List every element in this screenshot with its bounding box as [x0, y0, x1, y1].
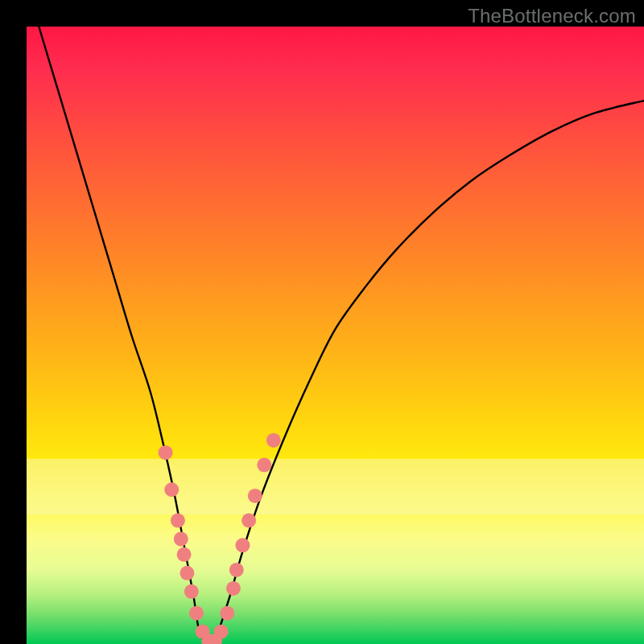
curve-marker: [180, 566, 194, 580]
curve-marker: [242, 514, 256, 528]
pale-highlight-band: [27, 459, 644, 514]
curve-marker: [220, 606, 234, 621]
chart-svg: [27, 27, 644, 644]
curve-marker: [257, 458, 271, 473]
curve-marker: [226, 581, 241, 596]
curve-marker: [189, 606, 204, 621]
watermark-text: TheBottleneck.com: [468, 5, 636, 27]
curve-marker: [229, 563, 244, 577]
curve-marker: [235, 538, 250, 552]
curve-marker: [177, 547, 192, 562]
curve-marker: [266, 433, 281, 448]
curve-marker: [174, 532, 188, 547]
curve-marker: [184, 584, 199, 599]
curve-marker: [159, 445, 173, 460]
curve-marker: [171, 514, 185, 528]
plot-area: [27, 27, 644, 644]
bottleneck-curve: [39, 27, 644, 644]
curve-marker: [248, 489, 262, 503]
chart-frame: TheBottleneck.com: [0, 0, 644, 644]
curve-marker: [164, 482, 179, 497]
curve-marker: [214, 625, 229, 639]
